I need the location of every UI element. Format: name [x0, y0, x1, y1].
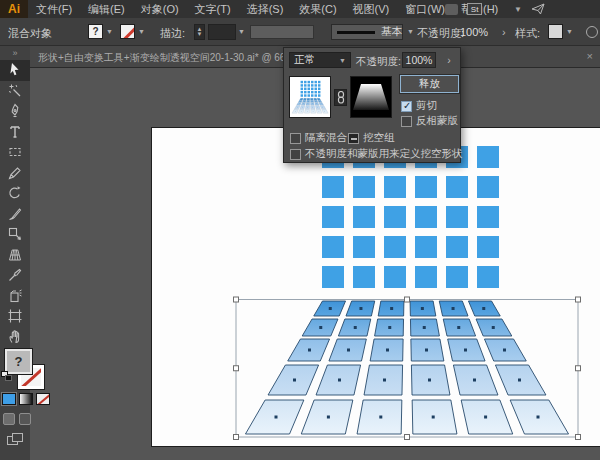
none-button[interactable] — [36, 393, 50, 405]
workspace-chevron-icon[interactable]: ▼ — [514, 5, 522, 14]
menu-type[interactable]: 文字(T) — [187, 0, 239, 18]
selection-handle — [234, 297, 239, 302]
menu-view[interactable]: 视图(V) — [345, 0, 398, 18]
fill-color-swatch[interactable]: ? — [88, 24, 103, 39]
share-icon[interactable] — [531, 3, 545, 15]
clip-checkbox[interactable] — [401, 101, 412, 112]
type-icon — [7, 124, 23, 140]
symbol-sprayer-tool[interactable] — [0, 286, 30, 307]
app-logo[interactable]: Ai — [0, 0, 28, 18]
panel-opacity-expand-icon[interactable]: › — [442, 52, 456, 68]
width-profile-field[interactable] — [250, 25, 314, 39]
menu-edit[interactable]: 编辑(E) — [80, 0, 133, 18]
color-mode-row — [2, 393, 50, 405]
eyedropper-tool[interactable] — [0, 265, 30, 286]
gradient-button[interactable] — [19, 393, 33, 405]
opacity-expand-icon[interactable]: › — [502, 26, 506, 38]
hand-tool[interactable] — [0, 327, 30, 348]
screen-mode-button[interactable] — [7, 433, 24, 446]
artwork-svg[interactable] — [151, 127, 600, 447]
draw-behind-button[interactable] — [19, 413, 31, 425]
stroke-color-swatch[interactable] — [120, 24, 135, 39]
stroke-weight-chevron-icon[interactable]: ▼ — [238, 28, 245, 35]
isolate-blending-row[interactable]: 隔离混合 — [290, 131, 347, 145]
selection-handle — [234, 435, 239, 440]
type-tool[interactable] — [0, 122, 30, 143]
perspective-grid-icon — [7, 247, 23, 263]
define-knockout-label: 不透明度和蒙版用来定义挖空形状 — [305, 147, 463, 161]
selection-handle — [405, 435, 410, 440]
fill-chevron-icon[interactable]: ▼ — [106, 28, 113, 35]
draw-normal-button[interactable] — [3, 413, 15, 425]
knockout-group-label: 挖空组 — [363, 131, 395, 145]
define-knockout-row[interactable]: 不透明度和蒙版用来定义挖空形状 — [290, 147, 463, 161]
stroke-weight-stepper[interactable]: ▲▼ — [194, 24, 205, 40]
mask-thumbnail[interactable] — [350, 76, 392, 118]
invert-mask-checkbox[interactable] — [401, 116, 412, 127]
menu-object[interactable]: 对象(O) — [133, 0, 187, 18]
isolate-blending-label: 隔离混合 — [305, 131, 347, 145]
color-button[interactable] — [2, 393, 16, 405]
pencil-tool[interactable] — [0, 163, 30, 184]
illustrator-window: » — [0, 0, 600, 460]
fill-unknown-mark: ? — [15, 354, 23, 369]
menu-effect[interactable]: 效果(C) — [291, 0, 344, 18]
rectangle-icon — [7, 144, 23, 160]
selection-handle — [576, 297, 581, 302]
link-icon[interactable] — [334, 89, 347, 106]
selection-handle — [576, 435, 581, 440]
define-knockout-checkbox[interactable] — [290, 149, 301, 160]
target-object-label: 混合对象 — [8, 26, 52, 41]
stroke-chevron-icon[interactable]: ▼ — [138, 28, 145, 35]
paintbrush-tool[interactable] — [0, 204, 30, 225]
magic-wand-icon — [7, 83, 23, 99]
selection-handle — [234, 366, 239, 371]
isolate-blending-checkbox[interactable] — [290, 133, 301, 144]
settings-circle-icon[interactable] — [586, 26, 598, 38]
toolbar-expand-icon[interactable]: » — [0, 46, 30, 60]
pen-tool[interactable] — [0, 101, 30, 122]
draw-mode-row — [3, 413, 31, 425]
tab-close-icon[interactable]: × — [587, 50, 593, 62]
blend-mode-value: 正常 — [294, 53, 315, 67]
eyedropper-icon — [7, 267, 23, 283]
release-button[interactable]: 释放 — [400, 75, 459, 93]
opacity-label: 不透明度: — [417, 26, 464, 41]
artboard-tool[interactable] — [0, 306, 30, 327]
magic-wand-tool[interactable] — [0, 81, 30, 102]
clip-checkbox-row[interactable]: 剪切 — [401, 99, 437, 113]
clip-label: 剪切 — [416, 99, 437, 113]
opacity-value[interactable]: 100% — [460, 26, 488, 38]
style-swatch[interactable] — [548, 24, 563, 39]
knockout-group-row[interactable]: 挖空组 — [348, 131, 395, 145]
menu-file[interactable]: 文件(F) — [28, 0, 80, 18]
brush-definition-label: 基本 — [381, 25, 402, 39]
brush-chevron-icon[interactable]: ▼ — [407, 28, 414, 35]
perspective-grid-tool[interactable] — [0, 245, 30, 266]
pen-icon — [7, 103, 23, 119]
rotate-tool[interactable] — [0, 183, 30, 204]
free-transform-tool[interactable] — [0, 224, 30, 245]
workspace-icon[interactable] — [491, 4, 505, 15]
rectangle-tool[interactable] — [0, 142, 30, 163]
selection-arrow-icon — [7, 62, 23, 78]
stroke-weight-field[interactable] — [208, 24, 236, 40]
transparency-panel: 正常 ▼ 不透明度: 100% › 释放 剪切 反 — [283, 47, 461, 163]
default-fill-stroke-icon[interactable] — [1, 371, 12, 381]
tools-panel: » — [0, 46, 30, 460]
knockout-group-checkbox[interactable] — [348, 133, 359, 144]
panel-opacity-value[interactable]: 100% — [402, 52, 436, 68]
selection-tool[interactable] — [0, 60, 30, 81]
object-thumbnail[interactable] — [289, 76, 331, 118]
selection-handle — [405, 297, 410, 302]
blend-mode-chevron-icon: ▼ — [339, 57, 346, 64]
hand-icon — [7, 329, 23, 345]
blend-mode-dropdown[interactable]: 正常 ▼ — [289, 52, 351, 68]
invert-mask-checkbox-row[interactable]: 反相蒙版 — [401, 114, 458, 128]
style-chevron-icon[interactable]: ▼ — [566, 28, 573, 35]
app-switcher-icon[interactable] — [445, 4, 458, 15]
adobe-stock-icon[interactable]: St — [467, 3, 482, 15]
selection-handle — [576, 366, 581, 371]
menu-select[interactable]: 选择(S) — [239, 0, 292, 18]
brush-definition-dropdown[interactable]: 基本 — [331, 24, 403, 40]
